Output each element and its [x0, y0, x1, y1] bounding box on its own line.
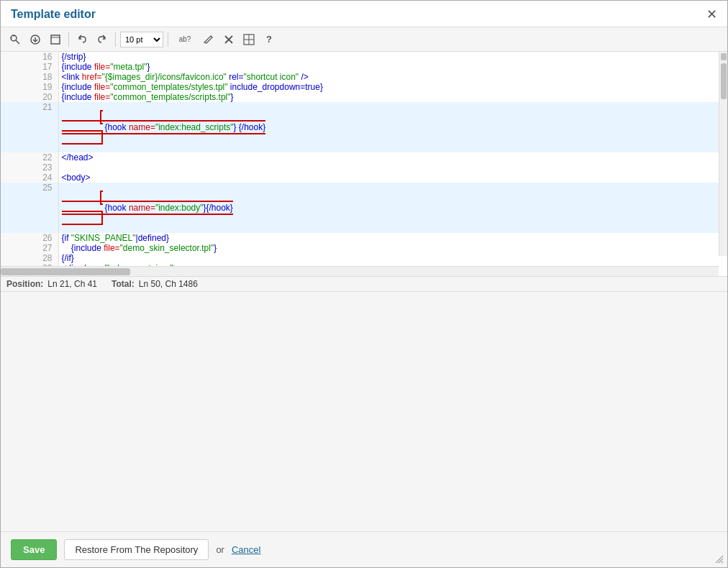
- total-value: Ln 50, Ch 1486: [139, 279, 198, 289]
- redo-btn[interactable]: [94, 31, 111, 48]
- cancel-button[interactable]: Cancel: [232, 544, 260, 555]
- horizontal-scrollbar[interactable]: [1, 266, 719, 276]
- position-value: Ln 21, Ch 41: [47, 279, 97, 289]
- help-btn[interactable]: ?: [260, 31, 278, 48]
- svg-line-17: [722, 562, 723, 563]
- line-code: {include file="common_templates/styles.t…: [58, 82, 727, 92]
- table-row: 18 <link href="{$images_dir}/icons/favic…: [1, 72, 727, 82]
- line-number: 16: [1, 52, 58, 62]
- line-code: <body>: [58, 173, 727, 183]
- clear-btn[interactable]: [220, 31, 237, 48]
- line-code: {/strip}: [58, 52, 727, 62]
- editor-main: 16 {/strip} 17 {include file="meta.tpl"}…: [1, 52, 727, 291]
- dialog-header: Template editor ✕: [1, 1, 727, 27]
- line-code: {/if}: [58, 253, 727, 263]
- toolbar-sep-1: [68, 32, 69, 47]
- fullscreen-btn[interactable]: [47, 31, 64, 48]
- table-row: 26 {if "SKINS_PANEL"|defined}: [1, 233, 727, 243]
- toolbar-sep-2: [115, 32, 116, 47]
- status-bar: Position: Ln 21, Ch 41 Total: Ln 50, Ch …: [1, 276, 727, 291]
- close-button[interactable]: ✕: [706, 8, 717, 21]
- position-status: Position: Ln 21, Ch 41: [6, 279, 97, 289]
- line-number: 19: [1, 82, 58, 92]
- jump-icon: [29, 34, 41, 45]
- total-label: Total:: [112, 279, 135, 289]
- line-code: [58, 162, 727, 173]
- line-code-hook: {hook name="index:head_scripts"} {/hook}: [58, 102, 727, 152]
- line-number: 28: [1, 253, 58, 263]
- edit-pencil-btn[interactable]: [200, 31, 217, 48]
- table-row: 25 {hook name="index:body"}{/hook}: [1, 183, 727, 233]
- table-row: 19 {include file="common_templates/style…: [1, 82, 727, 92]
- line-number: 20: [1, 92, 58, 102]
- position-label: Position:: [6, 279, 43, 289]
- line-number: 17: [1, 62, 58, 72]
- toolbar: 8 pt 9 pt 10 pt 11 pt 12 pt 14 pt ab?: [1, 27, 727, 52]
- line-code: {include file="demo_skin_selector.tpl"}: [58, 243, 727, 253]
- line-code: {include file="meta.tpl"}: [58, 62, 727, 72]
- editor-empty-area: [1, 291, 727, 531]
- total-status: Total: Ln 50, Ch 1486: [112, 279, 198, 289]
- line-number: 26: [1, 233, 58, 243]
- line-number: 24: [1, 173, 58, 183]
- svg-line-8: [211, 36, 212, 37]
- line-number: 21: [1, 102, 58, 152]
- layout-btn[interactable]: [240, 31, 258, 48]
- font-size-select[interactable]: 8 pt 9 pt 10 pt 11 pt 12 pt 14 pt: [120, 32, 163, 47]
- dialog-footer: Save Restore From The Repository or Canc…: [1, 531, 727, 567]
- save-button[interactable]: Save: [11, 539, 57, 560]
- vertical-scrollbar[interactable]: [719, 52, 727, 256]
- table-row: 27 {include file="demo_skin_selector.tpl…: [1, 243, 727, 253]
- footer-or-text: or: [216, 544, 224, 555]
- h-scrollbar-thumb: [1, 268, 130, 275]
- table-row: 17 {include file="meta.tpl"}: [1, 62, 727, 72]
- toolbar-sep-3: [168, 32, 168, 47]
- layout-icon: [243, 34, 255, 45]
- table-row: 16 {/strip}: [1, 52, 727, 62]
- line-code: </head>: [58, 152, 727, 162]
- table-row: 21 {hook name="index:head_scripts"} {/ho…: [1, 102, 727, 152]
- code-editor-wrapper: 16 {/strip} 17 {include file="meta.tpl"}…: [1, 52, 727, 266]
- jump-to-line-btn[interactable]: [27, 31, 44, 48]
- line-number: 18: [1, 72, 58, 82]
- pencil-icon: [203, 34, 214, 45]
- syntax-highlight-btn[interactable]: ab?: [173, 31, 197, 48]
- line-code: {if "SKINS_PANEL"|defined}: [58, 233, 727, 243]
- find-replace-btn[interactable]: [6, 31, 24, 48]
- line-code: <link href="{$images_dir}/icons/favicon.…: [58, 72, 727, 82]
- code-editor[interactable]: 16 {/strip} 17 {include file="meta.tpl"}…: [1, 52, 727, 266]
- table-row: 23: [1, 162, 727, 173]
- line-code-hook2: {hook name="index:body"}{/hook}: [58, 183, 727, 233]
- resize-icon: [713, 553, 724, 564]
- code-table: 16 {/strip} 17 {include file="meta.tpl"}…: [1, 52, 727, 266]
- undo-btn[interactable]: [73, 31, 91, 48]
- line-number: 27: [1, 243, 58, 253]
- line-number: 25: [1, 183, 58, 233]
- redo-icon: [96, 34, 108, 45]
- resize-handle[interactable]: [713, 553, 724, 564]
- find-replace-icon: [9, 34, 21, 45]
- table-row: 28 {/if}: [1, 253, 727, 263]
- line-number: 22: [1, 152, 58, 162]
- dialog-title: Template editor: [11, 8, 96, 21]
- svg-line-1: [16, 40, 19, 44]
- table-row: 20 {include file="common_templates/scrip…: [1, 92, 727, 102]
- svg-rect-6: [51, 35, 60, 44]
- line-code: {include file="common_templates/scripts.…: [58, 92, 727, 102]
- template-editor-dialog: Template editor ✕: [0, 0, 728, 568]
- svg-line-9: [204, 42, 206, 43]
- fullscreen-icon: [50, 34, 61, 45]
- line-number: 23: [1, 162, 58, 173]
- eraser-icon: [223, 34, 235, 45]
- undo-icon: [76, 34, 88, 45]
- restore-button[interactable]: Restore From The Repository: [64, 539, 209, 560]
- table-row: 22 </head>: [1, 152, 727, 162]
- table-row: 24 <body>: [1, 173, 727, 183]
